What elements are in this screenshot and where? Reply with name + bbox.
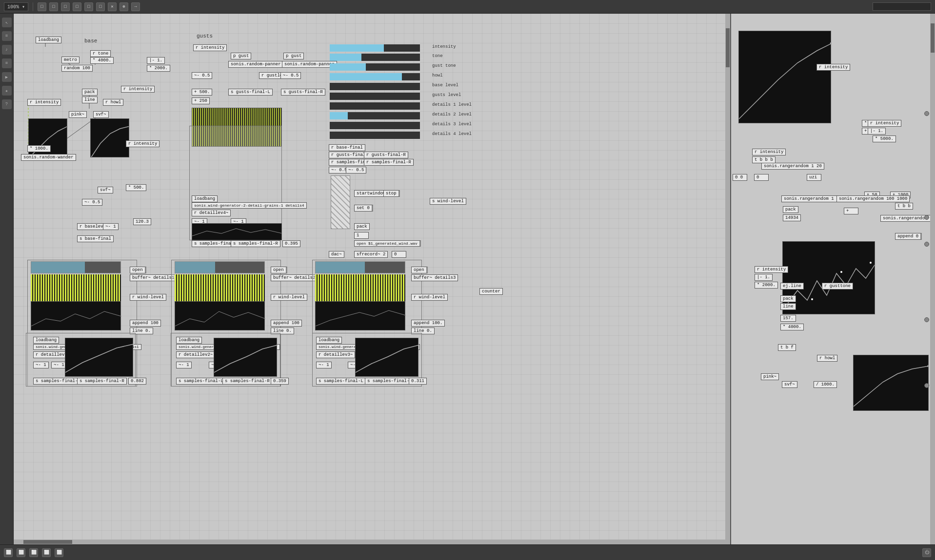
node-loadbang-d3[interactable]: loadbang <box>316 337 342 344</box>
node-rintensity-r2[interactable]: r intensity <box>868 120 901 127</box>
slider-details1-top[interactable] <box>31 261 121 273</box>
right-vscrollbar[interactable] <box>930 14 935 544</box>
node-val0395[interactable]: 0.395 <box>282 240 300 247</box>
node-buffer-det3[interactable]: buffer~ details3 <box>411 274 458 281</box>
node-ssamples-fR2[interactable]: s samples-final-R <box>222 378 272 385</box>
node-windgen1[interactable]: sonis.wind-generator-2-detail-grains-1 d… <box>192 202 307 209</box>
node-dac[interactable]: dac~ <box>329 251 344 258</box>
node-val0802[interactable]: 0.802 <box>128 378 146 385</box>
node-sonisrp1[interactable]: sonis.random-panner <box>228 61 283 68</box>
toolbar-icon-9[interactable]: → <box>131 2 140 11</box>
node-rintensity1[interactable]: r intensity <box>121 86 155 93</box>
right-vscroll-thumb[interactable] <box>931 23 935 53</box>
toolbar-icon-7[interactable]: ✕ <box>108 2 117 11</box>
node-loadbang-sub1[interactable]: loadbang <box>192 195 218 202</box>
node-plus500[interactable]: + 500. <box>192 89 212 96</box>
node-times05-m2[interactable]: ~- 0.5 <box>346 167 366 174</box>
node-tbb[interactable]: t b b <box>895 203 913 210</box>
node-times05-g2[interactable]: ~- 0.5 <box>280 72 301 79</box>
node-rintensity-r[interactable]: r intensity <box>816 64 850 71</box>
bottom-icon-1[interactable]: ⬜ <box>4 548 13 557</box>
node-pack-r[interactable]: pack <box>783 206 798 213</box>
slider-detaillev2[interactable] <box>330 112 420 119</box>
node-tbbb[interactable]: t b b b <box>752 156 776 163</box>
node-buffer-det2[interactable]: buffer~ details2 <box>271 274 318 281</box>
sidebar-icon-pointer[interactable]: ↖ <box>2 18 12 27</box>
slider-detaillev3[interactable] <box>330 122 420 129</box>
node-soniswander[interactable]: sonis.random-wander <box>21 154 76 161</box>
slider-detaillev1[interactable] <box>330 102 420 110</box>
node-rwindlev1[interactable]: r wind-level <box>130 294 166 301</box>
node-open3[interactable]: open <box>411 267 428 273</box>
node-sfrecord[interactable]: sfrecord~ 2 <box>354 251 388 258</box>
node-rbasefinal1[interactable]: r base-final <box>329 144 365 151</box>
slider-baselev[interactable] <box>330 83 420 90</box>
node-rdetaillev3[interactable]: r detaillev3~ <box>316 351 355 358</box>
node-rwindlev2[interactable]: r wind-level <box>271 294 307 301</box>
node-times1000[interactable]: * 1000. <box>27 145 51 152</box>
node-metro[interactable]: metro <box>61 57 80 63</box>
node-svf-r[interactable]: svf~ <box>782 381 797 388</box>
node-val0311[interactable]: 0.311 <box>409 378 427 385</box>
node-buffer-det1[interactable]: buffer~ details1 <box>130 274 177 281</box>
node-rgustsfinalR[interactable]: r gusts-final-R <box>364 152 408 158</box>
node-rintensity-r3[interactable]: r intensity <box>752 149 786 155</box>
node-num00-rp[interactable]: 0 0 <box>733 174 747 181</box>
node-rhowl[interactable]: r howl <box>103 99 123 106</box>
node-rintensity3[interactable]: r intensity <box>126 140 159 147</box>
canvas-vscrollbar[interactable] <box>725 14 730 544</box>
node-num1[interactable]: 1 <box>354 232 369 239</box>
node-val0359[interactable]: 0.359 <box>271 378 289 385</box>
sidebar-icon-help[interactable]: ? <box>2 99 12 109</box>
node-times5000[interactable]: * 5000. <box>873 135 896 142</box>
node-rintensity-r4[interactable]: r intensity <box>755 266 788 273</box>
node-num0[interactable]: 0 <box>392 251 406 258</box>
node-times1-d1a[interactable]: ~- 1 <box>33 362 49 368</box>
node-pgust1[interactable]: p gust <box>231 53 251 59</box>
node-append100-3[interactable]: append 100. <box>411 320 445 327</box>
node-pack-r2[interactable]: pack <box>780 295 796 302</box>
node-times05[interactable]: ~- 0.5 <box>82 199 102 206</box>
node-svf1[interactable]: svf~ <box>93 111 109 118</box>
slider-gusttone[interactable] <box>330 63 420 71</box>
node-times500[interactable]: * 500. <box>126 184 146 191</box>
node-times1-d1b[interactable]: ~- 1 <box>51 362 67 368</box>
node-loadbang1[interactable]: loadbang <box>36 37 61 43</box>
slider-intensity[interactable] <box>330 44 420 52</box>
node-num0-rp[interactable]: 0 <box>754 174 769 181</box>
node-times4000-r[interactable]: * 4000. <box>780 324 804 330</box>
node-rsamplesfinalR[interactable]: r samples-final-R <box>364 159 414 166</box>
node-open2[interactable]: open <box>271 267 287 273</box>
bottom-icon-5[interactable]: ⬜ <box>55 548 63 557</box>
node-rwindlev3[interactable]: r wind-level <box>411 294 448 301</box>
node-minus1[interactable]: |- 1. <box>147 57 165 64</box>
node-loadbang-d1[interactable]: loadbang <box>33 337 59 344</box>
node-loadbang-d2[interactable]: loadbang <box>176 337 202 344</box>
bottom-icon-2[interactable]: ⬜ <box>17 548 25 557</box>
node-sonisrange1001000[interactable]: sonis.rangerandom 100 1000 <box>836 195 910 202</box>
node-pgust2[interactable]: p gust <box>283 53 304 59</box>
node-sgustsfinalR[interactable]: s gusts-final-R <box>281 89 325 96</box>
node-times1-d2a[interactable]: ~- 1 <box>176 362 192 368</box>
node-rbaselev[interactable]: r baselev <box>77 223 106 230</box>
node-pink-r[interactable]: pink~ <box>761 373 779 380</box>
node-times1-d3a[interactable]: ~- 1 <box>316 362 332 368</box>
node-times2000-r[interactable]: * 2000. <box>755 282 778 289</box>
node-ssamples-fL1[interactable]: s samples-final-L <box>33 378 83 385</box>
node-rintensity2[interactable]: r intensity <box>27 99 61 106</box>
node-append0[interactable]: append 0 <box>895 233 922 240</box>
sidebar-icon-menu[interactable]: ≡ <box>2 31 12 41</box>
node-ssamples-fR3[interactable]: s samples-final-R <box>365 378 415 385</box>
resize-handle-2[interactable] <box>924 215 929 220</box>
sidebar-icon-list[interactable]: ≡ <box>2 58 12 68</box>
node-sgustsfinalL[interactable]: s gusts-final-L <box>228 89 273 96</box>
resize-handle-5[interactable] <box>924 383 929 388</box>
node-sbasefinal[interactable]: s base-final <box>77 235 114 242</box>
toolbar-icon-5[interactable]: □ <box>84 2 93 11</box>
node-times120[interactable]: 120.3 <box>133 218 151 225</box>
node-plus-r[interactable]: + <box>844 208 858 214</box>
sidebar-icon-play[interactable]: ▶ <box>2 72 12 82</box>
sidebar-icon-star[interactable]: ★ <box>2 86 12 96</box>
toolbar-icon-2[interactable]: □ <box>49 2 58 11</box>
node-rdetaillev2[interactable]: r detaillev2~ <box>176 351 215 358</box>
